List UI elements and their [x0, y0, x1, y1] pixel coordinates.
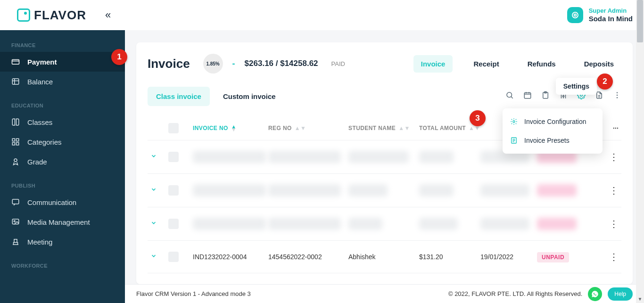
svg-point-0: [572, 12, 578, 18]
percent-ring: 1.85%: [203, 54, 223, 74]
col-student-name[interactable]: STUDENT NAME▲▼: [348, 125, 419, 131]
sidebar-item-label: Categories: [27, 138, 62, 146]
brand-logo[interactable]: FLAVOR: [17, 8, 86, 23]
whatsapp-icon[interactable]: [588, 287, 602, 301]
sidebar-item-meeting[interactable]: Meeting: [0, 232, 125, 252]
svg-rect-13: [524, 93, 531, 98]
calendar-icon[interactable]: [523, 91, 532, 102]
tab-refunds[interactable]: Refunds: [520, 55, 563, 73]
cell-invoice-no: IND1232022-0004: [193, 253, 268, 261]
footer-version: Flavor CRM Version 1 - Advanced mode 3: [136, 290, 251, 297]
footer-copyright: © 2022, FLAVOR PTE. LTD. All Rights Rese…: [448, 290, 582, 297]
svg-rect-6: [12, 143, 15, 145]
sidebar-item-classes[interactable]: Classes: [0, 112, 125, 132]
sidebar-item-media[interactable]: Media Management: [0, 212, 125, 232]
topbar-user[interactable]: Super Admin Soda In Mind: [567, 7, 633, 23]
expand-row-icon[interactable]: [150, 186, 165, 195]
row-checkbox[interactable]: [168, 185, 179, 196]
dropdown-invoice-config[interactable]: Invoice Configuration: [503, 112, 603, 131]
page-scrollbar[interactable]: ▲ ▼: [636, 0, 644, 303]
sidebar-item-categories[interactable]: Categories: [0, 132, 125, 152]
seat-icon: [11, 237, 20, 246]
svg-point-11: [14, 221, 15, 222]
dropdown-invoice-presets[interactable]: Invoice Presets: [503, 131, 603, 150]
sidebar-item-label: Balance: [27, 78, 53, 86]
table-row: IND1232022-0004 1454562022-0002 Abhishek…: [148, 241, 621, 273]
sidebar-item-balance[interactable]: Balance: [0, 72, 125, 91]
avatar: [567, 7, 583, 23]
image-icon: [11, 218, 20, 226]
expand-row-icon[interactable]: [150, 253, 165, 261]
annotation-3: 3: [470, 110, 486, 126]
footer: Flavor CRM Version 1 - Advanced mode 3 ©…: [125, 284, 644, 303]
expand-row-icon[interactable]: [150, 220, 165, 228]
tab-invoice[interactable]: Invoice: [413, 55, 453, 73]
svg-rect-4: [12, 139, 15, 141]
nav-header-workforce: WORKFORCE: [0, 259, 125, 272]
sub-row: Class invoice Custom invoice: [148, 87, 621, 106]
svg-point-12: [507, 92, 512, 98]
preset-icon: [510, 137, 519, 144]
gear-icon: [510, 118, 519, 125]
summary-label: PAID: [331, 60, 345, 67]
sub-tab-custom-invoice[interactable]: Custom invoice: [215, 87, 284, 106]
badge-icon: [11, 157, 20, 166]
row-more-icon[interactable]: ⋮: [609, 251, 619, 262]
search-icon[interactable]: [505, 91, 514, 102]
book-icon: [11, 118, 20, 126]
dash: -: [232, 59, 235, 69]
select-all-checkbox[interactable]: [168, 123, 179, 133]
sidebar-item-grade[interactable]: Grade: [0, 152, 125, 172]
svg-rect-3: [12, 79, 19, 84]
clipboard-icon[interactable]: [541, 91, 550, 102]
row-checkbox[interactable]: [168, 152, 179, 162]
dropdown-item-label: Invoice Presets: [524, 137, 570, 144]
scroll-thumb[interactable]: [637, 0, 643, 42]
svg-rect-2: [12, 60, 19, 65]
row-more-icon[interactable]: ⋮: [609, 218, 619, 229]
user-role: Super Admin: [589, 7, 633, 15]
col-invoice-no[interactable]: INVOICE NO▲▼: [193, 125, 268, 131]
row-more-icon[interactable]: ⋮: [609, 151, 619, 163]
settings-dropdown: Invoice Configuration Invoice Presets: [503, 108, 603, 154]
cell-date: 19/01/2022: [480, 253, 537, 261]
status-badge: UNPAID: [537, 252, 569, 262]
tab-deposits[interactable]: Deposits: [577, 55, 621, 73]
sidebar-item-communication[interactable]: Communication: [0, 192, 125, 212]
sidebar-collapse-icon[interactable]: «: [105, 9, 111, 21]
invoice-card: Invoice 1.85% - $263.16 / $14258.62 PAID…: [136, 42, 633, 284]
sub-tab-class-invoice[interactable]: Class invoice: [148, 87, 210, 106]
annotation-1: 1: [111, 49, 127, 65]
svg-rect-5: [17, 139, 19, 141]
col-more-icon[interactable]: ⋯: [600, 125, 619, 131]
more-icon[interactable]: [613, 91, 621, 102]
table-row: INB1232022-0002 1454562022-0002 Andrew $…: [148, 174, 621, 207]
sidebar-item-label: Communication: [27, 198, 76, 206]
finance-tabs: Invoice Receipt Refunds Deposits: [413, 55, 621, 73]
sidebar-item-label: Grade: [27, 158, 47, 166]
svg-rect-9: [12, 199, 19, 204]
summary-amount: $263.16 / $14258.62: [245, 59, 318, 68]
help-button[interactable]: Help: [608, 287, 633, 301]
svg-rect-7: [17, 143, 19, 145]
tab-receipt[interactable]: Receipt: [466, 55, 506, 73]
row-more-icon[interactable]: ⋮: [609, 185, 619, 196]
cell-student-name: Abhishek: [348, 253, 419, 261]
cell-reg-no: 1454562022-0002: [268, 253, 348, 261]
sidebar: FINANCE Payment Balance EDUCATION Classe…: [0, 30, 125, 303]
col-total-amount[interactable]: TOTAL AMOUNT▲▼: [419, 125, 480, 131]
row-checkbox[interactable]: [168, 252, 179, 262]
user-company: Soda In Mind: [589, 15, 633, 23]
sidebar-item-label: Payment: [27, 58, 57, 66]
sidebar-item-label: Meeting: [27, 238, 52, 246]
annotation-2: 2: [597, 74, 613, 90]
nav-header-publish: PUBLISH: [0, 179, 125, 192]
expand-row-icon[interactable]: [150, 153, 165, 161]
col-reg-no[interactable]: REG NO▲▼: [268, 125, 348, 131]
sidebar-item-label: Classes: [27, 118, 52, 126]
sidebar-item-payment[interactable]: Payment: [0, 52, 125, 72]
scroll-down-icon[interactable]: ▼: [636, 295, 644, 303]
svg-point-21: [617, 95, 618, 96]
settings-tooltip: Settings: [556, 78, 597, 95]
row-checkbox[interactable]: [168, 219, 179, 229]
